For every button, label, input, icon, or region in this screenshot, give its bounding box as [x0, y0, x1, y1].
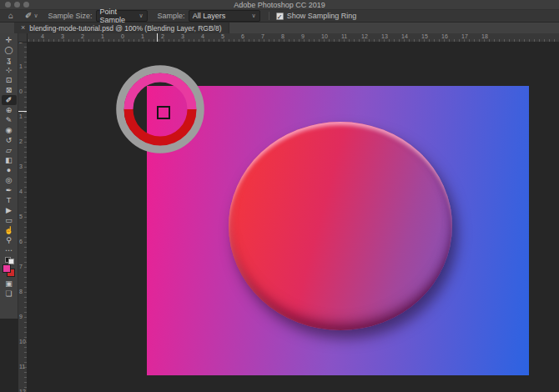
toolbar-bottom-tools: ▣❏: [2, 279, 17, 299]
quick-mask-button[interactable]: ▣: [2, 279, 17, 289]
active-tool-preset[interactable]: ✐ ∨: [25, 12, 38, 20]
h-ruler-label: 4: [201, 33, 204, 39]
document-tab-bar: × blending-mode-tutorial.psd @ 100% (Ble…: [0, 23, 559, 33]
h-ruler-label: 11: [341, 33, 347, 39]
h-ruler-label: 10: [321, 33, 328, 39]
h-ruler-label: 2: [161, 33, 164, 39]
h-ruler-label: 12: [361, 33, 368, 39]
blend-circle-layer[interactable]: [229, 122, 452, 330]
sample-layers-value: All Layers: [193, 12, 226, 20]
pen-tool[interactable]: ✒: [2, 185, 17, 195]
show-sampling-ring-option[interactable]: ✓ Show Sampling Ring: [276, 12, 357, 20]
spot-healing-brush-tool[interactable]: ⊕: [2, 105, 17, 115]
close-tab-icon[interactable]: ×: [21, 24, 25, 32]
h-ruler-label: 6: [241, 33, 244, 39]
v-ruler-label: 4: [19, 188, 23, 194]
object-selection-tool[interactable]: ⊹: [2, 65, 17, 75]
v-ruler-label: 9: [19, 314, 23, 319]
crop-tool[interactable]: ⊡: [2, 75, 17, 85]
h-ruler-label: 17: [461, 33, 468, 39]
sample-size-label: Sample Size:: [48, 12, 93, 20]
foreground-color-swatch[interactable]: [3, 264, 11, 273]
v-ruler-label: 7: [19, 264, 23, 269]
h-ruler-label: 1: [141, 33, 144, 39]
edit-toolbar-button[interactable]: ⋯: [2, 245, 17, 255]
v-ruler-label: 6: [19, 239, 23, 244]
v-ruler-label: 1: [19, 113, 23, 119]
tools-panel: ✛◯ʓ⊹⊡⊠✐⊕✎◉↺▱◧●◎✒T▶▭☝⚲⋯ ▣❏: [0, 33, 18, 319]
blur-tool[interactable]: ●: [2, 165, 17, 175]
h-ruler-label: 18: [481, 33, 488, 39]
h-ruler-label: 4: [41, 33, 44, 39]
v-ruler-label: 8: [19, 289, 23, 294]
options-bar: ⌂ ✐ ∨ Sample Size: Point Sample ∨ Sample…: [0, 10, 559, 23]
v-ruler-label: 1: [19, 63, 23, 69]
default-background-icon: [8, 259, 14, 264]
eyedropper-tool[interactable]: ✐: [2, 95, 17, 105]
hand-tool[interactable]: ☝: [2, 225, 17, 235]
v-ruler-label: 2: [19, 138, 23, 144]
chevron-down-icon: ∨: [138, 13, 143, 19]
h-ruler-label: 13: [381, 33, 388, 39]
default-colors-icon[interactable]: [5, 257, 13, 263]
h-ruler-label: 2: [81, 33, 84, 39]
clone-stamp-tool[interactable]: ◉: [2, 125, 17, 135]
eyedropper-cursor: [157, 106, 170, 119]
h-ruler-label: 8: [281, 33, 285, 39]
sample-size-dropdown[interactable]: Point Sample ∨: [96, 10, 148, 22]
home-icon[interactable]: ⌂: [8, 12, 13, 20]
type-tool[interactable]: T: [2, 195, 17, 205]
history-brush-tool[interactable]: ↺: [2, 135, 17, 145]
chevron-down-icon: ∨: [33, 13, 38, 19]
document-tab[interactable]: × blending-mode-tutorial.psd @ 100% (Ble…: [14, 23, 229, 33]
h-ruler-label: 1: [101, 33, 104, 39]
h-ruler-label: 3: [61, 33, 64, 39]
v-ruler-label: 11: [19, 364, 25, 369]
h-ruler-label: 0: [121, 33, 124, 39]
zoom-tool[interactable]: ⚲: [2, 235, 17, 245]
show-sampling-ring-label: Show Sampling Ring: [287, 12, 357, 20]
h-ruler-label: 5: [221, 33, 224, 39]
h-ruler-cursor-marker: [157, 33, 158, 42]
v-ruler-cursor-marker: [18, 111, 27, 112]
move-tool[interactable]: ✛: [2, 35, 17, 45]
h-ruler-label: 9: [301, 33, 305, 39]
v-ruler-label: 12: [19, 389, 26, 392]
marquee-tool[interactable]: ◯: [2, 45, 17, 55]
h-ruler-label: 14: [401, 33, 408, 39]
color-swatches: [3, 264, 16, 278]
shape-tool[interactable]: ▭: [2, 215, 17, 225]
v-ruler-label: 10: [19, 339, 26, 344]
h-ruler-label: 7: [261, 33, 264, 39]
window-titlebar: Adobe Photoshop CC 2019: [0, 0, 559, 10]
gradient-tool[interactable]: ◧: [2, 155, 17, 165]
document-tab-title: blending-mode-tutorial.psd @ 100% (Blend…: [29, 24, 221, 33]
lasso-tool[interactable]: ʓ: [2, 55, 17, 65]
show-sampling-ring-checkbox[interactable]: ✓: [276, 13, 284, 20]
sample-size-value: Point Sample: [100, 8, 139, 24]
v-ruler-label: 3: [19, 163, 23, 169]
screen-mode-button[interactable]: ❏: [2, 289, 17, 299]
sample-label: Sample:: [158, 12, 185, 20]
eraser-tool[interactable]: ▱: [2, 145, 17, 155]
ruler-corner: [18, 33, 28, 43]
options-divider: [269, 12, 269, 20]
h-ruler-label: 16: [441, 33, 448, 39]
dodge-tool[interactable]: ◎: [2, 175, 17, 185]
chevron-down-icon: ∨: [252, 13, 256, 19]
toolbar-tools: ✛◯ʓ⊹⊡⊠✐⊕✎◉↺▱◧●◎✒T▶▭☝⚲⋯: [2, 35, 17, 255]
brush-tool[interactable]: ✎: [2, 115, 17, 125]
frame-tool[interactable]: ⊠: [2, 85, 17, 95]
h-ruler-label: 3: [181, 33, 184, 39]
sample-layers-dropdown[interactable]: All Layers ∨: [189, 10, 260, 22]
path-selection-tool[interactable]: ▶: [2, 205, 17, 215]
v-ruler-label: 0: [19, 88, 23, 94]
sampling-ring-new-color: [128, 78, 192, 109]
eyedropper-icon: ✐: [25, 12, 32, 20]
app-title: Adobe Photoshop CC 2019: [0, 1, 559, 9]
v-ruler-label: 5: [19, 214, 23, 219]
h-ruler-label: 15: [421, 33, 428, 39]
